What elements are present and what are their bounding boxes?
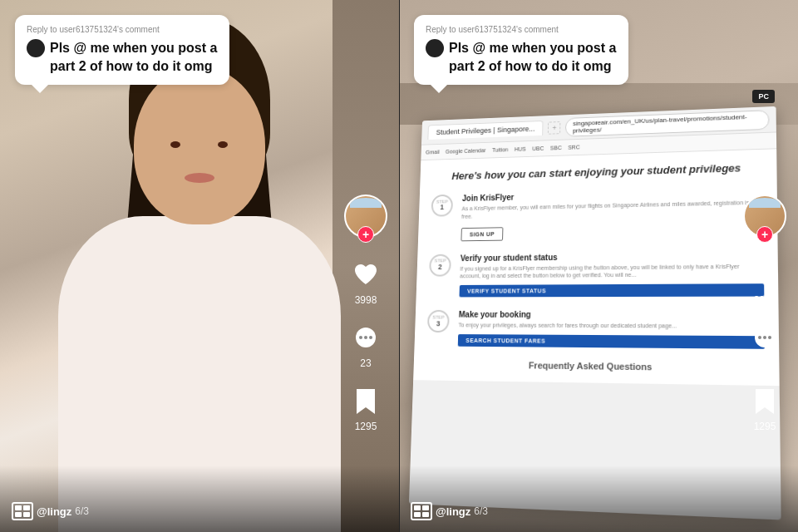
username-right: @lingz [436,505,470,518]
page-indicator-right: 6/3 [474,505,488,517]
step-1-item: STEP 1 Join KrisFlyer As a KrisFlyer mem… [431,187,764,242]
laptop-screen: Student Privileges | Singapore... + sing… [409,106,781,520]
speech-bubble-left: Reply to user613751324's comment Pls @ m… [15,15,229,85]
right-video-panel: Reply to user613751324's comment Pls @ m… [399,0,798,532]
step-1-circle: STEP 1 [431,195,453,217]
step-2-button[interactable]: VERIFY STUDENT STATUS [459,283,764,297]
step-3-desc: To enjoy your privileges, always search … [458,322,764,331]
step-3-content: Make your booking To enjoy your privileg… [458,310,765,349]
bookmark-button-right[interactable]: 1295 [749,386,781,432]
follow-plus-left[interactable]: + [357,226,374,243]
bubble-text-right: Pls @ me when you post a part 2 of how t… [449,39,617,75]
profile-avatar-container-left[interactable]: + [344,195,387,238]
webpage-content: Here's how you can start enjoying your s… [413,149,780,386]
page-indicator-left: 6/3 [75,505,89,517]
url-bar[interactable]: singaporeair.com/en_UK/us/plan-travel/pr… [565,110,769,137]
panel-divider [399,0,400,532]
like-button-right[interactable]: 3998 [749,259,781,306]
step-3-title: Make your booking [459,310,765,320]
bottom-bar-right: @lingz 6/3 [399,466,798,532]
grid-icon-right[interactable] [411,502,432,520]
step-1-button[interactable]: SIGN UP [461,227,503,241]
svg-point-1 [359,336,362,339]
profile-avatar-container-right[interactable]: + [743,195,786,238]
svg-point-2 [364,336,367,339]
reply-label-right: Reply to user613751324's comment [426,25,617,34]
step-3-button[interactable]: SEARCH STUDENT FARES [458,334,765,349]
step-2-circle: STEP 2 [429,254,451,276]
comment-button-left[interactable]: 23 [350,323,382,369]
person-mouth [185,173,214,183]
bookmark-count-left: 1295 [355,421,377,432]
person-eye-left [170,141,180,148]
like-button-left[interactable]: 3998 [350,259,382,306]
avatar-hat [350,198,382,208]
step-3-circle: STEP 3 [427,310,450,332]
step-3-item: STEP 3 Make your booking To enjoy your p… [426,310,765,349]
bookmark-count-right: 1295 [754,421,776,432]
comment-count-left: 23 [360,357,371,369]
bookmark-button-left[interactable]: 1295 [350,386,382,432]
new-tab-button[interactable]: + [548,121,560,135]
svg-point-5 [758,336,761,339]
action-sidebar-right: + 3998 23 [743,195,786,432]
avatar-hat-right [749,198,781,208]
like-count-left: 3998 [355,294,377,306]
step-2-item: STEP 2 Verify your student status If you… [428,250,764,298]
left-video-panel: Reply to user613751324's comment Pls @ m… [0,0,399,532]
action-sidebar-left: + 3998 23 [344,195,387,432]
follow-plus-right[interactable]: + [756,226,773,243]
svg-point-7 [768,336,771,339]
bookmark-icon-left [350,386,382,417]
step-2-content: Verify your student status If you signed… [459,250,764,298]
speech-bubble-right: Reply to user613751324's comment Pls @ m… [414,15,628,85]
step-2-desc: If you signed up for a KrisFlyer members… [460,262,764,280]
faq-section[interactable]: Frequently Asked Questions [426,359,765,373]
comment-count-right: 23 [759,357,770,369]
svg-point-3 [369,336,372,339]
browser-tab[interactable]: Student Privileges | Singapore... [427,121,543,140]
reply-label-left: Reply to user613751324's comment [27,25,218,34]
heart-icon-left [350,259,382,291]
step-2-title: Verify your student status [461,250,764,263]
page-header: Here's how you can start enjoying your s… [432,161,763,183]
username-left: @lingz [37,505,71,518]
commenter-avatar-right [426,39,444,57]
step-1-content: Join KrisFlyer As a KrisFlyer member, yo… [461,187,763,241]
heart-icon-right [749,259,781,291]
comment-icon-left [350,323,382,354]
comment-button-right[interactable]: 23 [749,323,781,369]
grid-icon-left[interactable] [12,502,33,520]
bottom-bar-left: @lingz 6/3 [0,466,399,532]
commenter-avatar-left [27,39,45,57]
comment-icon-right [749,323,781,354]
webcam-label: PC [752,90,775,103]
like-count-right: 3998 [754,294,776,306]
person-eye-right [218,141,228,148]
bubble-text-left: Pls @ me when you post a part 2 of how t… [50,39,218,75]
svg-point-6 [763,336,766,339]
person-face [134,66,265,224]
bookmark-icon-right [749,386,781,417]
